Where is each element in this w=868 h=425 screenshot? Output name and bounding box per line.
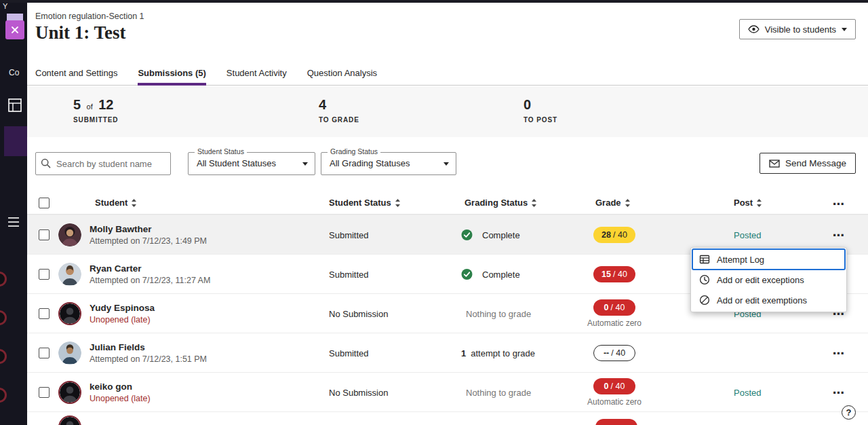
grade-cell: 0/ 40 Automatic zero: [570, 373, 659, 411]
row-checkbox[interactable]: [39, 229, 50, 240]
search-box: [35, 152, 171, 175]
partial-avatar: [0, 272, 7, 287]
table-overflow-button[interactable]: ⋯: [833, 197, 845, 210]
row-checkbox[interactable]: [39, 387, 50, 398]
row-overflow-button[interactable]: ⋯: [833, 228, 845, 242]
menu-item-add-edit-exceptions[interactable]: Add or edit exceptions: [692, 270, 845, 290]
stat-label: SUBMITTED: [73, 116, 118, 124]
stat-to-post: 0 TO POST: [524, 97, 557, 124]
column-header-student-status[interactable]: Student Status: [329, 198, 401, 208]
student-name: Julian Fields: [90, 342, 207, 352]
sidebar-text-fragment: Y: [3, 2, 7, 10]
table-row-partial: [27, 411, 868, 425]
stats-bar: 5 of 12 SUBMITTED 4 TO GRADE 0 TO POST: [27, 86, 868, 137]
help-button[interactable]: ?: [842, 405, 856, 420]
stat-connector: of: [87, 103, 93, 111]
column-header-grade[interactable]: Grade: [595, 198, 631, 208]
grade-pill[interactable]: 15/ 40: [593, 266, 635, 282]
send-message-label: Send Message: [785, 158, 846, 168]
column-header-grading-status[interactable]: Grading Status: [465, 198, 537, 208]
table-row[interactable]: Julian Fields Attempted on 7/12/23, 1:51…: [27, 333, 868, 372]
student-detail: Unopened (late): [90, 394, 151, 403]
grading-status: Nothing to grade: [461, 308, 531, 318]
tab-question-analysis[interactable]: Question Analysis: [307, 61, 377, 85]
dropdown-label: Student Status: [195, 147, 247, 155]
column-header-post[interactable]: Post: [734, 198, 762, 208]
select-all-checkbox[interactable]: [39, 198, 50, 208]
sort-icon: [395, 198, 401, 208]
sort-icon: [131, 198, 137, 208]
dropdown-value: All Student Statuses: [197, 158, 276, 168]
menu-item-attempt-log[interactable]: Attempt Log: [692, 249, 845, 270]
row-checkbox[interactable]: [39, 308, 50, 319]
grading-status: Complete: [461, 268, 520, 280]
assessment-panel: Emotion regulation-Section 1 Unit 1: Tes…: [27, 0, 868, 425]
clock-icon: [699, 274, 710, 285]
grade-cell: 15/ 40: [570, 255, 659, 293]
table-header: Student Student Status Grading Status Gr…: [27, 193, 868, 215]
grade-pill[interactable]: --/ 40: [593, 345, 635, 361]
student-status: No Submission: [329, 387, 388, 397]
send-message-button[interactable]: Send Message: [760, 153, 856, 174]
chevron-down-icon: [842, 28, 847, 31]
tab-submissions[interactable]: Submissions (5): [138, 61, 205, 85]
stat-value: 0: [524, 97, 531, 112]
chevron-down-icon: [302, 162, 308, 166]
student-name: Molly Bawther: [90, 224, 207, 234]
visibility-button[interactable]: Visible to students: [739, 19, 856, 39]
sort-icon: [756, 198, 762, 208]
grading-status: Complete: [461, 229, 520, 240]
grading-status-dropdown[interactable]: Grading Status All Grading Statuses: [321, 152, 456, 175]
grade-cell: --/ 40: [570, 333, 659, 372]
stat-label: TO POST: [524, 116, 557, 124]
row-checkbox[interactable]: [39, 348, 50, 358]
gradebook-icon: [7, 97, 23, 113]
row-overflow-button[interactable]: ⋯: [833, 386, 845, 399]
stat-label: TO GRADE: [319, 116, 359, 124]
breadcrumb: Emotion regulation-Section 1: [35, 12, 144, 21]
student-status: Submitted: [329, 348, 369, 358]
grade-pill[interactable]: 28/ 40: [593, 227, 635, 243]
envelope-icon: [769, 160, 780, 168]
partial-avatar: [0, 388, 7, 403]
avatar: [58, 302, 81, 325]
menu-item-add-edit-exemptions[interactable]: Add or edit exemptions: [692, 290, 845, 310]
grade-pill[interactable]: 0/ 40: [593, 378, 635, 394]
column-header-student[interactable]: Student: [95, 198, 137, 208]
avatar: [58, 263, 81, 286]
grade-cell: 28/ 40: [570, 215, 659, 254]
chevron-down-icon: [443, 162, 449, 166]
stat-to-grade: 4 TO GRADE: [319, 97, 359, 124]
grade-pill[interactable]: [595, 419, 637, 425]
stat-total: 12: [98, 97, 113, 112]
student-status-dropdown[interactable]: Student Status All Student Statuses: [188, 152, 315, 175]
tab-student-activity[interactable]: Student Activity: [226, 61, 287, 85]
collapsed-sidebar: Y Co: [0, 0, 27, 425]
avatar: [58, 415, 81, 425]
tab-bar: Content and Settings Submissions (5) Stu…: [27, 61, 868, 86]
sidebar-text-fragment: Co: [9, 68, 19, 77]
menu-icon: [8, 217, 19, 229]
student-detail: Attempted on 7/12/23, 1:51 PM: [90, 354, 207, 364]
student-name: Ryan Carter: [90, 263, 210, 274]
page-title: Unit 1: Test: [35, 22, 126, 43]
attempt-log-icon: [699, 254, 710, 265]
sidebar-accent-block: [4, 126, 27, 156]
grade-note: Automatic zero: [587, 397, 642, 407]
student-status: Submitted: [329, 229, 369, 240]
close-panel-button[interactable]: [5, 20, 24, 39]
window-top-edge: [0, 0, 868, 3]
grade-cell: 0/ 40 Automatic zero: [570, 294, 659, 333]
sort-icon: [531, 198, 537, 208]
grading-status: Nothing to grade: [461, 387, 531, 397]
complete-check-icon: [461, 268, 473, 280]
row-checkbox[interactable]: [39, 269, 50, 280]
grade-pill[interactable]: 0/ 40: [593, 299, 635, 316]
complete-check-icon: [461, 229, 473, 240]
avatar: [58, 341, 81, 365]
tab-content-and-settings[interactable]: Content and Settings: [35, 61, 117, 85]
row-overflow-button[interactable]: ⋯: [833, 346, 845, 360]
search-input[interactable]: [35, 152, 171, 175]
student-detail: Unopened (late): [90, 315, 155, 325]
table-row[interactable]: keiko gon Unopened (late) No Submission …: [27, 372, 868, 411]
